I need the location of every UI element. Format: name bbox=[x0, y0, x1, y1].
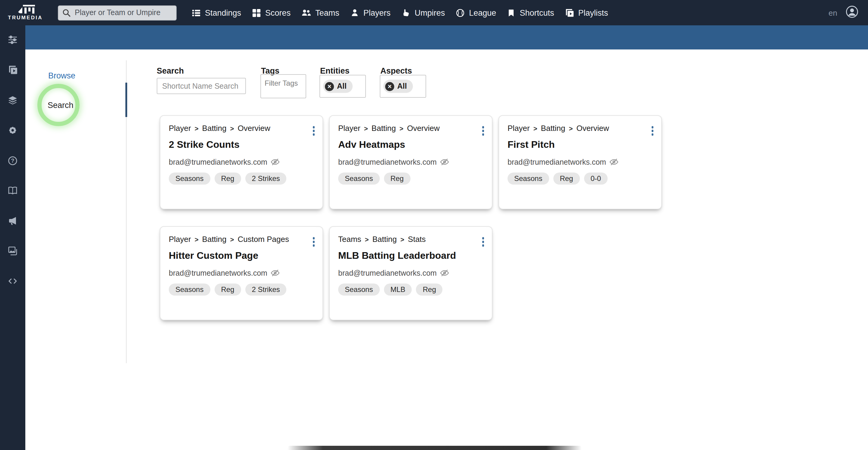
cards-grid: Player>Batting>Overview 2 Strike Counts … bbox=[160, 115, 662, 320]
remove-chip-icon[interactable]: × bbox=[325, 82, 334, 91]
breadcrumb-part: Teams bbox=[338, 235, 361, 244]
megaphone-icon[interactable] bbox=[8, 216, 18, 226]
tag-pill: Reg bbox=[214, 283, 241, 296]
card-owner: brad@trumedianetworks.com bbox=[169, 269, 267, 277]
global-search-input[interactable] bbox=[58, 5, 177, 20]
tag-pill: 2 Strikes bbox=[245, 283, 286, 296]
gallery-icon[interactable] bbox=[8, 246, 18, 256]
card-tags: SeasonsReg bbox=[338, 173, 484, 185]
card-title[interactable]: MLB Batting Leaderboard bbox=[338, 250, 484, 261]
remove-chip-icon[interactable]: × bbox=[385, 82, 394, 91]
chevron-right-icon: > bbox=[400, 236, 404, 243]
chevron-right-icon: > bbox=[230, 236, 234, 243]
card-title[interactable]: Hitter Custom Page bbox=[169, 250, 314, 261]
kebab-menu-icon[interactable] bbox=[481, 236, 485, 248]
topbar-nav: Standings Scores Teams Players Umpires L… bbox=[192, 8, 608, 17]
filter-tags-input[interactable] bbox=[265, 79, 302, 87]
shortcut-card[interactable]: Teams>Batting>Stats MLB Batting Leaderbo… bbox=[329, 226, 493, 320]
nav-umpires[interactable]: Umpires bbox=[401, 8, 445, 17]
breadcrumb-part: Batting bbox=[541, 124, 565, 133]
kebab-menu-icon[interactable] bbox=[311, 125, 316, 137]
nav-standings[interactable]: Standings bbox=[192, 8, 241, 17]
nav-label: Teams bbox=[315, 8, 339, 17]
kebab-menu-icon[interactable] bbox=[481, 125, 485, 137]
kebab-menu-icon[interactable] bbox=[650, 125, 655, 137]
scores-icon bbox=[252, 8, 261, 17]
chip-label: All bbox=[397, 82, 407, 90]
nav-label: Shortcuts bbox=[520, 8, 554, 17]
shortcut-card[interactable]: Player>Batting>Overview Adv Heatmaps bra… bbox=[329, 115, 493, 209]
filter-tags-box bbox=[260, 74, 306, 98]
players-icon bbox=[350, 8, 359, 17]
card-breadcrumb: Player>Batting>Custom Pages bbox=[169, 235, 289, 244]
chevron-right-icon: > bbox=[365, 236, 369, 243]
card-title[interactable]: 2 Strike Counts bbox=[169, 139, 314, 150]
filter-aspects-label: Aspects bbox=[380, 66, 412, 76]
search-icon bbox=[62, 8, 71, 20]
trumedia-logo-mark bbox=[14, 5, 36, 14]
card-owner: brad@trumedianetworks.com bbox=[338, 269, 437, 277]
shortcut-name-search-input[interactable] bbox=[157, 78, 246, 94]
tag-pill: 2 Strikes bbox=[245, 173, 286, 185]
filter-entities-label: Entities bbox=[320, 66, 350, 76]
account-avatar-icon[interactable] bbox=[846, 5, 858, 20]
shortcut-card[interactable]: Player>Batting>Overview 2 Strike Counts … bbox=[160, 115, 323, 209]
kebab-menu-icon[interactable] bbox=[311, 236, 316, 248]
chevron-right-icon: > bbox=[364, 125, 368, 132]
card-breadcrumb: Teams>Batting>Stats bbox=[338, 235, 426, 244]
aspects-all-chip[interactable]: × All bbox=[383, 80, 413, 93]
breadcrumb-part: Player bbox=[338, 124, 361, 133]
book-icon[interactable] bbox=[8, 186, 18, 196]
breadcrumb-part: Overview bbox=[407, 124, 439, 133]
breadcrumb-part: Batting bbox=[372, 235, 397, 244]
sidebar-item-browse[interactable]: Browse bbox=[48, 71, 75, 80]
card-title[interactable]: Adv Heatmaps bbox=[338, 139, 484, 150]
nav-teams[interactable]: Teams bbox=[301, 8, 339, 17]
code-icon[interactable] bbox=[8, 276, 18, 286]
filter-icon[interactable] bbox=[8, 35, 18, 44]
card-title[interactable]: First Pitch bbox=[507, 139, 653, 150]
nav-playlists[interactable]: Playlists bbox=[565, 8, 608, 17]
layers-icon[interactable] bbox=[8, 95, 18, 105]
nav-shortcuts[interactable]: Shortcuts bbox=[507, 8, 554, 17]
vertical-divider-active-segment bbox=[125, 83, 127, 117]
card-tags: SeasonsReg2 Strikes bbox=[169, 173, 314, 185]
trumedia-logo[interactable]: TRUMEDIA bbox=[0, 0, 51, 25]
shortcut-card[interactable]: Player>Batting>Overview First Pitch brad… bbox=[498, 115, 662, 209]
entities-all-chip[interactable]: × All bbox=[323, 80, 352, 93]
card-tags: SeasonsReg0-0 bbox=[507, 173, 653, 185]
tag-pill: 0-0 bbox=[584, 173, 608, 185]
breadcrumb-part: Player bbox=[507, 124, 530, 133]
breadcrumb-part: Player bbox=[169, 124, 191, 133]
breadcrumb-part: Player bbox=[169, 235, 191, 244]
card-breadcrumb: Player>Batting>Overview bbox=[507, 124, 609, 133]
nav-scores[interactable]: Scores bbox=[252, 8, 290, 17]
video-playlist-icon[interactable] bbox=[8, 65, 18, 75]
chevron-right-icon: > bbox=[400, 125, 404, 132]
shortcut-card[interactable]: Player>Batting>Custom Pages Hitter Custo… bbox=[160, 226, 323, 320]
nav-league[interactable]: League bbox=[456, 8, 496, 17]
page-header-band bbox=[25, 25, 868, 50]
tag-pill: Reg bbox=[553, 173, 580, 185]
tag-pill: Seasons bbox=[338, 283, 379, 296]
tag-pill: Reg bbox=[214, 173, 241, 185]
filter-entities-box: × All bbox=[319, 75, 366, 98]
language-selector[interactable]: en bbox=[829, 8, 837, 17]
sidebar-item-search[interactable]: Search bbox=[48, 101, 73, 110]
nav-label: Umpires bbox=[415, 8, 445, 17]
eye-off-icon bbox=[271, 157, 280, 167]
chevron-right-icon: > bbox=[533, 125, 537, 132]
nav-label: Players bbox=[364, 8, 391, 17]
filter-aspects-box: × All bbox=[380, 75, 426, 98]
nav-players[interactable]: Players bbox=[350, 8, 391, 17]
chevron-right-icon: > bbox=[569, 125, 573, 132]
chip-label: All bbox=[337, 82, 347, 90]
card-owner: brad@trumedianetworks.com bbox=[507, 158, 606, 166]
nav-label: Playlists bbox=[578, 8, 608, 17]
gear-icon[interactable] bbox=[8, 125, 18, 135]
card-breadcrumb: Player>Batting>Overview bbox=[169, 124, 270, 133]
help-icon[interactable]: ? bbox=[8, 156, 18, 165]
nav-label: Standings bbox=[205, 8, 241, 17]
topbar-right: en bbox=[829, 5, 868, 20]
chevron-right-icon: > bbox=[195, 236, 198, 243]
